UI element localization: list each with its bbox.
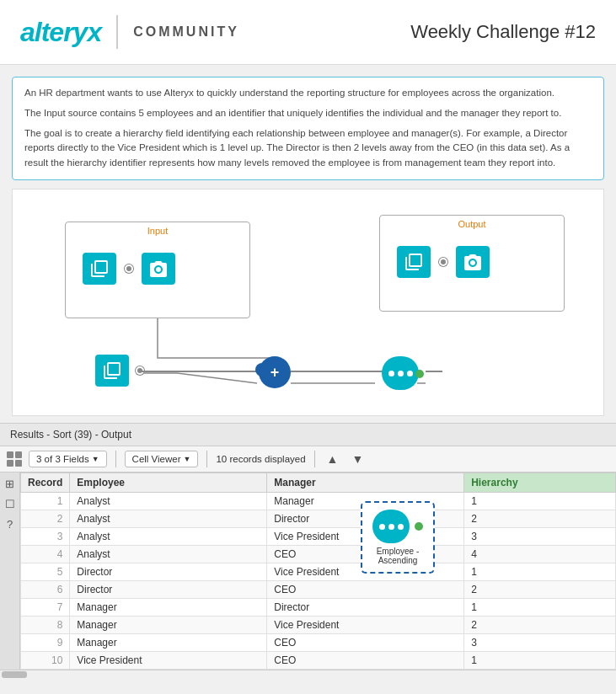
cell-row2-col1: Analyst [70, 510, 267, 528]
results-table: Record Employee Manager Hierarchy 1Analy… [20, 472, 616, 670]
cell-row10-col3: 1 [464, 652, 616, 670]
col-record: Record [21, 473, 70, 493]
logo-divider [116, 15, 118, 49]
table-row: 2AnalystDirector2 [21, 510, 616, 528]
cell-row4-col0: 4 [21, 546, 70, 563]
output-workflow-box: Output [379, 215, 565, 312]
cell-row9-col2: CEO [267, 634, 464, 652]
cell-row6-col1: Director [70, 581, 267, 599]
cell-row7-col2: Director [267, 599, 464, 617]
sidebar-record-icon[interactable]: ☐ [3, 496, 18, 511]
nav-down-button[interactable]: ▼ [348, 451, 367, 467]
connector-dot-2 [439, 258, 447, 266]
results-panel: Results - Sort (39) - Output 3 of 3 Fiel… [0, 423, 616, 678]
cell-row1-col1: Analyst [70, 493, 267, 510]
cell-row6-col3: 2 [464, 581, 616, 599]
col-hierarchy: Hierarchy [464, 473, 616, 493]
cell-row9-col3: 3 [464, 634, 616, 652]
cell-row8-col3: 2 [464, 617, 616, 634]
input-workflow-box: Input [65, 222, 250, 318]
output-bino-icon [456, 246, 490, 278]
nav-up-button[interactable]: ▲ [324, 451, 342, 467]
cell-row8-col2: Vice President [267, 617, 464, 634]
horizontal-scrollbar[interactable] [0, 670, 616, 678]
standalone-book-icon [95, 355, 129, 387]
cell-row4-col3: 4 [464, 546, 616, 563]
ellipsis-tool [382, 356, 419, 390]
table-row: 5DirectorVice President1 [21, 563, 616, 581]
desc-line-1: An HR department wants to use Alteryx to… [24, 86, 592, 101]
cell-row3-col1: Analyst [70, 528, 267, 546]
results-header: Results - Sort (39) - Output [0, 424, 616, 446]
cell-row4-col1: Analyst [70, 546, 267, 563]
table-row: 6DirectorCEO2 [21, 581, 616, 599]
output-book-icon [397, 246, 431, 278]
scrollbar-thumb[interactable] [2, 671, 27, 678]
cell-row5-col1: Director [70, 563, 267, 581]
cell-row5-col3: 1 [464, 563, 616, 581]
toolbar-separator-1 [115, 451, 116, 467]
standalone-book [95, 355, 144, 387]
table-row: 4AnalystCEO4 [21, 546, 616, 563]
cell-row1-col0: 1 [21, 493, 70, 510]
header: alteryx COMMUNITY Weekly Challenge #12 [0, 0, 616, 65]
table-row: 3AnalystVice President3 [21, 528, 616, 546]
output-label: Output [380, 219, 564, 229]
cell-row7-col0: 7 [21, 599, 70, 617]
table-row: 9ManagerCEO3 [21, 634, 616, 652]
viewer-label: Cell Viewer [132, 454, 181, 464]
cell-row10-col2: CEO [267, 652, 464, 670]
input-book-icon [83, 253, 116, 285]
logo: alteryx [20, 17, 101, 48]
input-bino-icon [142, 253, 175, 285]
union-node: + [259, 356, 291, 388]
cell-row3-col3: 3 [464, 528, 616, 546]
cell-row2-col0: 2 [21, 510, 70, 528]
cell-row8-col0: 8 [21, 617, 70, 634]
table-wrapper: Record Employee Manager Hierarchy 1Analy… [20, 472, 616, 670]
sidebar-table-icon[interactable]: ⊞ [3, 476, 18, 491]
cell-row9-col1: Manager [70, 634, 267, 652]
toolbar-separator-3 [314, 451, 315, 467]
connector-dot-1 [125, 264, 133, 273]
cell-row6-col2: CEO [267, 581, 464, 599]
line-to-union [139, 371, 261, 372]
records-label: 10 records displayed [216, 454, 305, 464]
cell-row5-col0: 5 [21, 563, 70, 581]
cell-row7-col3: 1 [464, 599, 616, 617]
community-label: COMMUNITY [133, 24, 239, 40]
challenge-title: Weekly Challenge #12 [410, 21, 596, 43]
line-union-ellipsis [291, 371, 383, 372]
sort-tool: Employee - Ascending [361, 501, 435, 574]
left-sidebar-icons: ⊞ ☐ ? [0, 472, 20, 670]
description-box: An HR department wants to use Alteryx to… [12, 77, 604, 180]
col-employee: Employee [70, 473, 267, 493]
svg-line-3 [177, 373, 257, 383]
grid-icon [7, 451, 22, 467]
cell-row7-col1: Manager [70, 599, 267, 617]
cell-row3-col0: 3 [21, 528, 70, 546]
table-row: 10Vice PresidentCEO1 [21, 652, 616, 670]
union-icon: + [259, 356, 291, 388]
viewer-dropdown[interactable]: Cell Viewer ▼ [125, 451, 199, 467]
col-manager: Manager [267, 473, 464, 493]
ellipsis-icon [382, 356, 419, 390]
sidebar-help-icon[interactable]: ? [3, 516, 18, 531]
sort-output-dot [415, 522, 423, 531]
sort-label: Employee - Ascending [377, 547, 420, 565]
cell-row2-col3: 2 [464, 510, 616, 528]
cell-row1-col3: 1 [464, 493, 616, 510]
table-row: 8ManagerVice President2 [21, 617, 616, 634]
cell-row6-col0: 6 [21, 581, 70, 599]
cell-row10-col0: 10 [21, 652, 70, 670]
fields-dropdown[interactable]: 3 of 3 Fields ▼ [29, 451, 107, 467]
toolbar-separator-2 [206, 451, 207, 467]
results-toolbar: 3 of 3 Fields ▼ Cell Viewer ▼ 10 records… [0, 446, 616, 472]
line-ellipsis-sort [426, 371, 442, 372]
canvas-area: Input Output [12, 189, 604, 416]
cell-row9-col0: 9 [21, 634, 70, 652]
ellipsis-output-dot [415, 370, 424, 378]
input-label: Input [66, 226, 249, 236]
sort-ellipsis-icon [372, 510, 410, 543]
table-row: 1AnalystManager1 [21, 493, 616, 510]
